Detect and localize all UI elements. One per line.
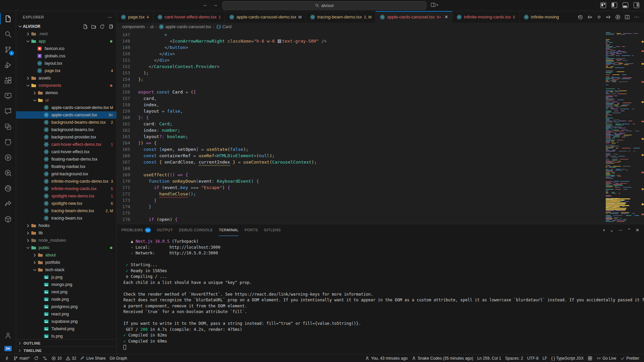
status-32[interactable]: 32 bbox=[64, 354, 78, 362]
activity-accounts-icon[interactable] bbox=[0, 328, 16, 343]
history-icon[interactable] bbox=[576, 13, 584, 21]
toggle-secondary-sidebar-icon[interactable] bbox=[634, 2, 639, 8]
tab-apple-cards-carousel-tsx[interactable]: apple-cards-carousel.tsx9+✕ bbox=[376, 11, 452, 23]
tree-item-ui[interactable]: ui bbox=[16, 97, 116, 104]
tree-item-mongo-png[interactable]: mongo.png bbox=[16, 281, 116, 288]
status-main-[interactable]: main* bbox=[11, 354, 32, 362]
panel-tab-problems[interactable]: PROBLEMS42 bbox=[121, 224, 151, 236]
tree-item-favicon-ico[interactable]: favicon.ico bbox=[16, 45, 116, 52]
activity-references-icon[interactable] bbox=[0, 119, 16, 134]
tree-root-alvixor[interactable]: ALVIXOR bbox=[16, 23, 116, 30]
new-folder-icon[interactable] bbox=[91, 24, 96, 29]
run-icon[interactable] bbox=[614, 13, 622, 21]
panel-tab-ports[interactable]: PORTS bbox=[245, 224, 258, 236]
timeline-section[interactable]: TIMELINE bbox=[16, 347, 116, 354]
tree-item-infinite-moving-cards-demo-tsx[interactable]: infinite-moving-cards-demo.tsx3 bbox=[16, 178, 116, 185]
tree-item-background-beams-demo-tsx[interactable]: background-beams-demo.tsx2 bbox=[16, 119, 116, 126]
tree-item-spotlight-new-tsx[interactable]: spotlight-new.tsx6 bbox=[16, 200, 116, 207]
tree-item-portfolio[interactable]: portfolio bbox=[16, 259, 116, 266]
tree-item-about[interactable]: about bbox=[16, 251, 116, 259]
tree-item-next-png[interactable]: next.png bbox=[16, 288, 116, 296]
status-prettier[interactable]: Prettier bbox=[618, 354, 641, 362]
activity-chat-icon[interactable] bbox=[0, 104, 16, 119]
tree-item-apple-cards-carousel-tsx[interactable]: apple-cards-carousel.tsx9+ bbox=[16, 111, 116, 119]
tree-item-grid-background-tsx[interactable]: grid-background.tsx bbox=[16, 170, 116, 178]
breadcrumb-ui[interactable]: ui bbox=[150, 24, 154, 29]
activity-source-control-icon[interactable]: 4 bbox=[0, 42, 16, 57]
outline-section[interactable]: OUTLINE bbox=[16, 339, 116, 347]
tree-item-js-png[interactable]: js.png bbox=[16, 274, 116, 281]
tree-item-assets[interactable]: assets bbox=[16, 74, 116, 82]
status-you-43-minutes-ago[interactable]: You, 43 minutes ago bbox=[363, 354, 410, 362]
activity-search-icon[interactable] bbox=[0, 26, 16, 42]
activity-remote-explorer-icon[interactable] bbox=[0, 88, 16, 104]
tree-item-public[interactable]: public bbox=[16, 244, 116, 251]
panel-tab-gitlens[interactable]: GITLENS bbox=[264, 224, 281, 236]
activity-run-debug-icon[interactable] bbox=[0, 57, 16, 73]
tree-item-tech-stack[interactable]: tech-stack bbox=[16, 266, 116, 274]
explorer-more-icon[interactable]: ⋯ bbox=[108, 14, 112, 20]
activity-share-icon[interactable] bbox=[0, 196, 16, 212]
refresh-icon[interactable] bbox=[100, 24, 105, 29]
customize-layout-icon[interactable] bbox=[600, 2, 606, 8]
status-10[interactable]: 10 bbox=[49, 354, 64, 362]
tree-item-card-hover-effect-tsx[interactable]: card-hover-effect.tsx bbox=[16, 148, 116, 156]
breadcrumb-components[interactable]: components bbox=[122, 24, 145, 29]
status-spaces-2[interactable]: Spaces: 2 bbox=[503, 354, 525, 362]
layout-control[interactable]: ▾ bbox=[431, 2, 438, 7]
status-snake-codes-35-minutes-ago-[interactable]: Snake Codes (35 minutes ago) bbox=[410, 354, 475, 362]
tab-page-tsx[interactable]: page.tsx4 bbox=[117, 11, 153, 23]
status-ln-259-col-1[interactable]: Ln 259, Col 1 bbox=[475, 354, 503, 362]
tree-item-background-provider-tsx[interactable]: background-provider.tsx bbox=[16, 133, 116, 141]
tree-item-tailwind-png[interactable]: Tailwind.png bbox=[16, 325, 116, 333]
status-git-graph[interactable]: Git Graph bbox=[108, 354, 129, 362]
tree-item-react-png[interactable]: react.png bbox=[16, 310, 116, 318]
next-change-icon[interactable] bbox=[604, 13, 612, 21]
panel-tab-output[interactable]: OUTPUT bbox=[157, 224, 173, 236]
more-actions-icon[interactable]: ⋯ bbox=[618, 228, 623, 233]
activity-live-preview-icon[interactable] bbox=[0, 150, 16, 165]
collapse-all-icon[interactable] bbox=[108, 24, 113, 29]
tab-tracing-beam-demo-tsx[interactable]: tracing-beam-demo.tsx2, M bbox=[306, 11, 376, 23]
close-icon[interactable]: ✕ bbox=[444, 14, 448, 19]
tab-card-hover-effect-demo-tsx[interactable]: card-hover-effect-demo.tsx1 bbox=[153, 11, 225, 23]
status-compare-icon[interactable] bbox=[41, 354, 49, 362]
tab-infinite-moving-cards-tsx[interactable]: infinite-moving-cards.tsx5 bbox=[452, 11, 520, 23]
breadcrumb-card[interactable]: Card bbox=[216, 24, 231, 29]
tree-item-background-beams-tsx[interactable]: background-beams.tsx bbox=[16, 126, 116, 133]
nav-back-icon[interactable]: ← bbox=[203, 2, 208, 7]
minimap[interactable] bbox=[604, 31, 644, 224]
tree-item-card-hover-effect-demo-tsx[interactable]: card-hover-effect-demo.tsx1 bbox=[16, 141, 116, 148]
tree-item-node-png[interactable]: node.png bbox=[16, 296, 116, 303]
status-sync-icon[interactable] bbox=[32, 354, 41, 362]
status-live-share[interactable]: Live Share bbox=[78, 354, 107, 362]
tree-item-supabase-png[interactable]: supabase.png bbox=[16, 318, 116, 325]
more-actions-icon[interactable] bbox=[633, 13, 641, 21]
tree-item-floating-navbar-demo-tsx[interactable]: floating-navbar-demo.tsx bbox=[16, 156, 116, 163]
tree-item-lib[interactable]: lib bbox=[16, 229, 116, 237]
tree-item-floating-navbar-tsx[interactable]: floating-navbar.tsx bbox=[16, 163, 116, 170]
profile-badge[interactable]: SN bbox=[4, 346, 12, 351]
tree-item-apple-cards-carousel-demo-tsx[interactable]: apple-cards-carousel-demo.tsxM bbox=[16, 104, 116, 111]
command-center-search[interactable]: alvixor bbox=[222, 1, 426, 10]
tree-item-postgress-png[interactable]: postgress.png bbox=[16, 303, 116, 310]
activity-edge-devtools-icon[interactable] bbox=[0, 181, 16, 196]
close-panel-icon[interactable]: ✕ bbox=[636, 228, 639, 233]
circle-icon[interactable] bbox=[595, 13, 603, 21]
tree-item-tracing-beam-tsx[interactable]: tracing-beam.tsx bbox=[16, 215, 116, 222]
tree-item-spotlight-new-demo-tsx[interactable]: spotlight-new-demo.tsx1 bbox=[16, 192, 116, 200]
tree-item-hooks[interactable]: hooks bbox=[16, 222, 116, 229]
panel-tab-debug-console[interactable]: DEBUG CONSOLE bbox=[179, 224, 213, 236]
tree-item-tracing-beam-demo-tsx[interactable]: tracing-beam-demo.tsx2, M bbox=[16, 207, 116, 215]
activity-explorer-icon[interactable] bbox=[0, 11, 16, 26]
activity-docker-icon[interactable] bbox=[0, 212, 16, 227]
status--typescript-jsx[interactable]: { } TypeScript JSX bbox=[549, 354, 586, 362]
status-lf[interactable]: LF bbox=[540, 354, 549, 362]
new-file-icon[interactable] bbox=[83, 24, 88, 29]
status-go-live[interactable]: Go Live bbox=[594, 354, 618, 362]
code-editor[interactable]: 1471481491501511521531541551561571581591… bbox=[117, 31, 604, 224]
activity-extensions-icon[interactable] bbox=[0, 73, 16, 88]
toggle-sidebar-icon[interactable] bbox=[611, 2, 617, 8]
new-terminal-icon[interactable]: + bbox=[603, 228, 605, 233]
tab-infinite-moving[interactable]: infinite-moving bbox=[520, 11, 570, 23]
